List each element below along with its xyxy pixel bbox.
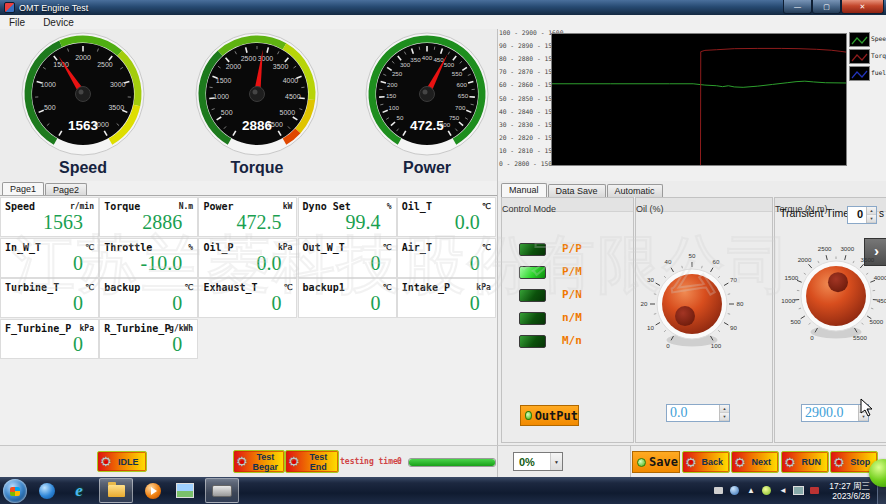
tray-volume-icon[interactable]: ◄ [777, 485, 788, 496]
taskbar-photo-viewer-icon[interactable] [173, 479, 197, 502]
mode-label-p-p: P/P [562, 242, 582, 255]
cell-unit: kPa [476, 283, 490, 292]
torque-value[interactable]: 2900.0 [802, 405, 858, 421]
tray-antivirus-icon[interactable] [761, 485, 772, 496]
start-button[interactable] [3, 479, 27, 503]
cell-name: Oil_T [402, 201, 432, 212]
cell-name: backup1 [303, 282, 345, 293]
svg-text:350: 350 [410, 56, 421, 63]
mode-led-p-n[interactable] [519, 289, 546, 302]
cell-name: Turbine_T [5, 282, 59, 293]
transient-time-label: Transient Time : [780, 207, 855, 219]
taskbar-browser-icon[interactable] [35, 479, 59, 502]
table-cell-oil_t: Oil_T℃0.0 [398, 198, 495, 236]
y-axis-label: 0 - 2800 - 1500 [499, 160, 549, 167]
taskbar-clock[interactable]: 17:27 周三 2023/6/28 [829, 481, 870, 501]
system-tray: ▲ ◄ 17:27 周三 2023/6/28 [708, 477, 886, 504]
output-button[interactable]: OutPut [520, 405, 579, 426]
oil-value[interactable]: 0.0 [667, 405, 719, 421]
mode-led-p-m[interactable] [519, 266, 546, 279]
save-button[interactable]: Save [632, 451, 680, 473]
legend-item-torque[interactable]: Torque [849, 48, 886, 65]
tray-network-icon[interactable] [729, 485, 740, 496]
cell-name: Torque [104, 201, 140, 212]
tab-manual[interactable]: Manual [501, 183, 547, 197]
cell-unit: ℃ [383, 243, 392, 252]
back-button[interactable]: ⚙ Back [682, 451, 730, 473]
close-button[interactable]: ✕ [841, 0, 884, 14]
gear-icon: ⚙ [288, 455, 300, 468]
taskbar-media-player-icon[interactable] [141, 479, 165, 502]
cell-value: 0 [73, 333, 83, 356]
idle-button[interactable]: ⚙ IDLE [97, 451, 147, 472]
tray-device-icon[interactable] [713, 485, 724, 496]
torque-knob[interactable]: 0500100015002000250030003500400045005000… [775, 242, 886, 392]
taskbar-engine-app-button[interactable] [205, 478, 239, 503]
table-cell-f_turbine_p: F_Turbine_PkPa0 [1, 320, 98, 358]
test-begin-button[interactable]: ⚙ Test Begar [233, 450, 285, 473]
spin-up-icon[interactable]: ▲ [720, 405, 729, 413]
taskbar-internet-explorer-icon[interactable]: e [67, 479, 91, 502]
cell-unit: N.m [179, 202, 193, 211]
svg-text:2886: 2886 [242, 118, 273, 133]
svg-text:500: 500 [790, 318, 801, 325]
y-axis-label: 80 - 2880 - 1580 [499, 55, 549, 62]
menu-file[interactable]: File [0, 17, 34, 28]
maximize-button[interactable]: ▢ [812, 0, 841, 14]
svg-text:500: 500 [44, 104, 56, 111]
legend-item-fuel[interactable]: fuel [849, 65, 886, 82]
cell-value: -10.0 [141, 252, 183, 275]
oil-knob[interactable]: 0102030405060708090100 [636, 220, 772, 380]
tab-page1[interactable]: Page1 [2, 182, 44, 196]
torque-value-spinner[interactable]: 2900.0 ▲▼ [801, 404, 869, 422]
svg-text:3000: 3000 [110, 81, 126, 88]
spin-down-icon[interactable]: ▼ [867, 215, 876, 223]
taskbar: e ▲ ◄ 17:27 周三 2023/6/28 [0, 477, 886, 504]
menu-device[interactable]: Device [34, 17, 83, 28]
dropdown-arrow-icon[interactable]: ▼ [550, 453, 562, 470]
folder-icon [108, 485, 125, 497]
legend-item-speed[interactable]: Speed [849, 31, 886, 48]
svg-text:4000: 4000 [874, 274, 886, 281]
svg-text:3000: 3000 [258, 55, 274, 62]
spin-down-icon[interactable]: ▼ [720, 413, 729, 421]
mode-led-m-n[interactable] [519, 335, 546, 348]
progress-bar [408, 458, 496, 467]
transient-time-spinner[interactable]: 0 ▲▼ [847, 206, 877, 224]
svg-text:5000: 5000 [279, 109, 295, 116]
minimize-button[interactable]: — [783, 0, 812, 14]
cell-unit: kPa [278, 243, 292, 252]
cell-value: 0 [73, 252, 83, 275]
svg-text:4000: 4000 [283, 77, 299, 84]
oil-value-spinner[interactable]: 0.0 ▲▼ [666, 404, 730, 422]
svg-text:1500: 1500 [785, 274, 799, 281]
test-end-button[interactable]: ⚙ Test End [285, 450, 339, 473]
svg-text:40: 40 [665, 258, 672, 265]
mode-led-p-p[interactable] [519, 243, 546, 256]
svg-text:3500: 3500 [273, 63, 289, 70]
svg-text:20: 20 [641, 300, 648, 307]
oil-group-title: Oil (%) [636, 204, 664, 214]
svg-text:250: 250 [392, 70, 403, 77]
taskbar-explorer-button[interactable] [99, 478, 133, 503]
tray-show-hidden-icons-arrow[interactable]: ▲ [745, 485, 756, 496]
table-cell-throttle: Throttle%-10.0 [100, 239, 197, 277]
table-cell-exhaust_t: Exhaust_T℃0 [199, 279, 296, 317]
table-cell-speed: Speedr/min1563 [1, 198, 98, 236]
gear-icon: ⚙ [784, 456, 796, 469]
run-button[interactable]: ⚙ RUN [781, 451, 829, 473]
menu-bar: File Device [0, 15, 886, 30]
transient-time-value[interactable]: 0 [848, 207, 866, 223]
tab-automatic[interactable]: Automatic [607, 184, 663, 197]
tab-data-save[interactable]: Data Save [548, 184, 606, 197]
gear-icon: ⚙ [833, 456, 845, 469]
y-axis-label: 90 - 2890 - 1590 [499, 42, 549, 49]
spin-up-icon[interactable]: ▲ [867, 207, 876, 215]
mode-led-n-m[interactable] [519, 312, 546, 325]
next-button[interactable]: ⚙ Next [731, 451, 779, 473]
speed-percent-combobox[interactable]: 0% ▼ [513, 452, 563, 471]
svg-text:5500: 5500 [853, 334, 867, 341]
tray-display-icon[interactable] [793, 485, 804, 496]
svg-text:50: 50 [689, 252, 696, 259]
tray-update-icon[interactable] [809, 485, 820, 496]
